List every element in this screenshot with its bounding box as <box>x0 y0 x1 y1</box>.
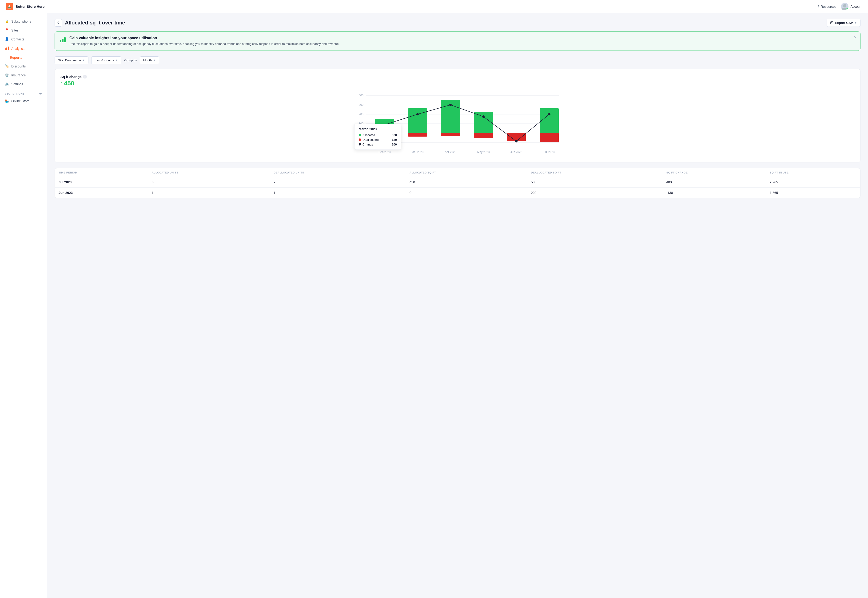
topbar-right: ? Resources Account <box>817 3 862 10</box>
svg-rect-10 <box>62 39 63 42</box>
cell-alloc-units-1: 3 <box>148 177 270 187</box>
sidebar-item-online-store[interactable]: 🏪 Online Store <box>0 97 47 106</box>
svg-point-37 <box>416 113 419 115</box>
eye-icon[interactable]: 👁 <box>39 93 42 95</box>
chart-area: 400 300 200 100 0 -100 <box>60 91 855 157</box>
svg-text:400: 400 <box>359 94 363 97</box>
tooltip-allocated-value: 320 <box>392 133 397 137</box>
bar-line-chart: 400 300 200 100 0 -100 <box>60 91 855 157</box>
sidebar-label-online-store: Online Store <box>11 99 30 103</box>
sidebar-label-discounts: Discounts <box>11 64 25 68</box>
chart-tooltip: March 2023 Allocated 320 Deallocated <box>354 124 401 150</box>
banner-close-button[interactable]: × <box>854 35 856 40</box>
sidebar-label-contacts: Contacts <box>11 37 24 41</box>
site-filter-button[interactable]: Site: Dungannon ▼ <box>55 57 88 64</box>
account-label: Account <box>850 5 862 9</box>
cell-dealloc-sqft-1: 50 <box>527 177 663 187</box>
app-name: Better Store Here <box>15 4 45 9</box>
cell-period-1: Jul 2023 <box>55 177 148 187</box>
svg-point-3 <box>843 4 846 7</box>
deallocated-dot <box>359 139 361 141</box>
sidebar-item-reports[interactable]: Reports <box>0 53 47 62</box>
sidebar-item-subscriptions[interactable]: 🔒 Subscriptions <box>0 17 47 26</box>
tooltip-deallocated-value: -120 <box>391 138 397 142</box>
question-icon: ? <box>817 5 819 9</box>
sidebar-label-settings: Settings <box>11 82 23 86</box>
svg-text:Feb 2023: Feb 2023 <box>379 151 391 154</box>
sidebar-item-contacts[interactable]: 👤 Contacts <box>0 35 47 44</box>
svg-rect-33 <box>507 133 526 141</box>
gear-icon: ⚙️ <box>5 82 9 86</box>
logo-icon <box>6 3 13 10</box>
svg-rect-9 <box>60 40 61 42</box>
tooltip-row-allocated: Allocated 320 <box>359 133 397 137</box>
table-row: Jul 2023 3 2 450 50 400 2,265 <box>55 177 860 187</box>
cell-sqft-in-use-2: 1,865 <box>766 187 860 198</box>
col-sqft-in-use: SQ FT IN USE <box>766 168 860 177</box>
cell-alloc-units-2: 1 <box>148 187 270 198</box>
group-chevron-icon: ▼ <box>153 59 156 61</box>
svg-rect-11 <box>64 37 66 42</box>
account-button[interactable]: Account <box>841 3 862 10</box>
chart-title-row: Sq ft change i <box>60 75 855 79</box>
col-allocated-sqft: ALLOCATED SQ FT <box>406 168 527 177</box>
svg-text:Apr 2023: Apr 2023 <box>445 151 456 154</box>
table-header-row: TIME PERIOD ALLOCATED UNITS DEALLOCATED … <box>55 168 860 177</box>
sidebar-item-discounts[interactable]: 🏷️ Discounts <box>0 62 47 71</box>
svg-point-38 <box>449 104 452 106</box>
svg-point-41 <box>548 113 550 115</box>
group-by-button[interactable]: Month ▼ <box>140 57 159 64</box>
tooltip-row-change: Change 200 <box>359 143 397 146</box>
svg-rect-35 <box>540 133 559 142</box>
banner-title: Gain valuable insights into your space u… <box>69 36 339 40</box>
sidebar-item-sites[interactable]: 📍 Sites <box>0 26 47 35</box>
site-chevron-icon: ▼ <box>82 59 85 61</box>
chart-icon <box>5 46 9 51</box>
main-layout: 🔒 Subscriptions 📍 Sites 👤 Contacts Analy… <box>0 13 868 598</box>
tooltip-title: March 2023 <box>359 127 397 131</box>
tooltip-deallocated-label: Deallocated <box>359 138 379 142</box>
data-table-card: TIME PERIOD ALLOCATED UNITS DEALLOCATED … <box>55 168 861 198</box>
app-container: Better Store Here ? Resources Account <box>0 0 868 598</box>
svg-rect-27 <box>408 133 427 136</box>
chart-title-text: Sq ft change <box>60 75 82 79</box>
svg-text:Mar 2023: Mar 2023 <box>412 151 424 154</box>
filters-bar: Site: Dungannon ▼ Last 6 months ▼ Group … <box>55 57 861 64</box>
store-icon: 🏪 <box>5 99 9 103</box>
table-row: Jun 2023 1 1 0 200 -130 1,865 <box>55 187 860 198</box>
col-allocated-units: ALLOCATED UNITS <box>148 168 270 177</box>
sidebar-label-subscriptions: Subscriptions <box>11 19 31 23</box>
col-deallocated-sqft: DEALLOCATED SQ FT <box>527 168 663 177</box>
sidebar-label-sites: Sites <box>11 28 19 32</box>
resources-button[interactable]: ? Resources <box>817 5 837 9</box>
sidebar-label-insurance: Insurance <box>11 73 25 77</box>
svg-rect-5 <box>5 48 6 50</box>
period-filter-button[interactable]: Last 6 months ▼ <box>91 57 121 64</box>
cell-alloc-sqft-2: 0 <box>406 187 527 198</box>
person-icon: 👤 <box>5 37 9 41</box>
export-icon <box>830 21 834 24</box>
chart-info-icon[interactable]: i <box>83 75 87 79</box>
back-button[interactable] <box>55 19 62 27</box>
sidebar-item-settings[interactable]: ⚙️ Settings <box>0 80 47 89</box>
storefront-section-label: STOREFRONT <box>5 93 24 95</box>
cell-sqft-change-1: 400 <box>663 177 766 187</box>
cell-dealloc-sqft-2: 200 <box>527 187 663 198</box>
cell-sqft-in-use-1: 2,265 <box>766 177 860 187</box>
svg-text:May 2023: May 2023 <box>477 151 490 154</box>
svg-point-40 <box>515 140 517 142</box>
change-dot <box>359 143 361 145</box>
page-header: Allocated sq ft over time Export CSV ▼ <box>55 19 861 27</box>
col-deallocated-units: DEALLOCATED UNITS <box>270 168 406 177</box>
sidebar-item-analytics[interactable]: Analytics <box>0 44 47 53</box>
svg-rect-7 <box>8 46 9 50</box>
banner-text: Gain valuable insights into your space u… <box>69 36 339 46</box>
tag-icon: 🏷️ <box>5 64 9 69</box>
sidebar-item-insurance[interactable]: 🛡️ Insurance <box>0 71 47 80</box>
tooltip-allocated-label: Allocated <box>359 133 375 137</box>
site-filter-label: Site: Dungannon <box>58 58 81 62</box>
page-title: Allocated sq ft over time <box>65 20 125 26</box>
chart-card: Sq ft change i ↑ 450 <box>55 69 861 163</box>
export-csv-button[interactable]: Export CSV ▼ <box>827 19 861 27</box>
svg-text:Jul 2023: Jul 2023 <box>544 151 555 154</box>
